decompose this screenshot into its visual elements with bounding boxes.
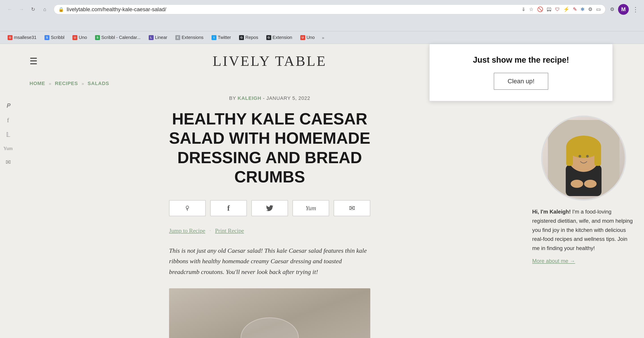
bookmark-label: msallese31 xyxy=(14,35,36,40)
reader-icon[interactable]: 🕮 xyxy=(547,7,552,12)
yummly-sidebar-icon[interactable]: Yum xyxy=(3,146,13,151)
breadcrumb-sep-1: » xyxy=(49,81,51,86)
bookmark-label: Scribbl - Calendar... xyxy=(101,35,141,40)
svg-rect-8 xyxy=(594,146,601,166)
site-title: LIVELY TABLE xyxy=(213,53,327,69)
cleanup-button[interactable]: Clean up! xyxy=(494,73,548,90)
breadcrumb-home[interactable]: HOME xyxy=(30,81,45,86)
pen-icon[interactable]: ✎ xyxy=(573,7,577,12)
author-avatar xyxy=(541,116,626,201)
hero-image xyxy=(169,288,370,338)
scribbl-cal-favicon: S xyxy=(95,35,100,40)
email-sidebar-icon[interactable]: ✉ xyxy=(6,158,11,166)
address-icons: ⇓ ☆ 🚫 🕮 🛡 ⚡ ✎ ❄ ⚙ ▭ xyxy=(522,7,601,12)
bookmark-scribbl-calendar[interactable]: S Scribbl - Calendar... xyxy=(92,34,144,42)
bookmark-label: Uno xyxy=(306,35,315,40)
bookmark-extensions[interactable]: E Extensions xyxy=(172,34,206,42)
social-sidebar: 𝙋 f 𝕃 Yum ✉ xyxy=(0,44,16,338)
bowl-decoration xyxy=(240,317,299,338)
author-link[interactable]: KALEIGH xyxy=(238,95,262,101)
author-bio-text: I'm a food-loving registered dietitian, … xyxy=(532,209,633,251)
download-icon[interactable]: ⇓ xyxy=(522,7,526,12)
bookmark-label: Linear xyxy=(155,35,168,40)
svg-point-10 xyxy=(586,155,589,158)
share-twitter[interactable] xyxy=(251,200,288,216)
bookmark-scribbl[interactable]: S Scribbl xyxy=(41,34,68,42)
address-url: livelytable.com/healthy-kale-caesar-sala… xyxy=(67,6,519,13)
pinterest-sidebar-icon[interactable]: 𝙋 xyxy=(6,102,10,110)
ext-favicon: E xyxy=(175,35,180,40)
page-wrapper: 𝙋 f 𝕃 Yum ✉ ☰ LIVELY TABLE HOME » RECIPE… xyxy=(0,44,644,338)
bookmarks-more[interactable]: » xyxy=(320,35,326,41)
home-button[interactable]: ⌂ xyxy=(40,5,49,14)
nav-buttons: ← → ↻ ⌂ xyxy=(5,5,49,14)
star-icon[interactable]: ☆ xyxy=(529,7,534,12)
by-label: BY xyxy=(229,95,236,101)
svg-point-12 xyxy=(584,180,596,188)
bookmark-linear[interactable]: L Linear xyxy=(146,34,170,42)
bookmark-label: Uno xyxy=(79,35,87,40)
hero-image-bg xyxy=(169,288,370,338)
bookmarks-bar: G msallese31 S Scribbl U Uno S Scribbl -… xyxy=(0,31,644,44)
extensions-icon[interactable]: ⚙ xyxy=(610,7,614,12)
author-bio: Hi, I'm Kaleigh! I'm a food-loving regis… xyxy=(532,207,635,266)
article-title: HEALTHY KALE CAESAR SALAD WITH HOMEMADE … xyxy=(169,109,370,187)
bookmark-label: Extension xyxy=(272,35,292,40)
shield-icon[interactable]: 🛡 xyxy=(555,7,560,12)
facebook-sidebar-icon[interactable]: f xyxy=(7,117,9,124)
browser-actions: ⚙ M ⋮ xyxy=(610,4,639,15)
adblocker-icon[interactable]: 🚫 xyxy=(537,7,543,12)
bookmark-label: Repos xyxy=(245,35,258,40)
bookmark-uno-2[interactable]: U Uno xyxy=(297,34,318,42)
more-options-icon[interactable]: ⋮ xyxy=(632,6,639,13)
bookmark-uno-1[interactable]: U Uno xyxy=(69,34,90,42)
repos-favicon: G xyxy=(239,35,244,40)
share-email[interactable]: ✉ xyxy=(334,200,370,216)
recipe-links: Jump to Recipe · Print Recipe xyxy=(169,227,370,234)
share-buttons: f Yum ✉ xyxy=(169,200,370,216)
twitter-favicon: t xyxy=(212,35,216,40)
recipe-popup: Just show me the recipe! Clean up! xyxy=(429,44,613,101)
author-bio-bold: Hi, I'm Kaleigh! xyxy=(532,209,571,215)
svg-rect-7 xyxy=(566,146,573,166)
forward-button[interactable]: → xyxy=(17,5,26,14)
puzzle-icon[interactable]: ⚙ xyxy=(588,7,592,12)
hamburger-menu[interactable]: ☰ xyxy=(30,56,38,67)
popup-title: Just show me the recipe! xyxy=(443,55,599,65)
article-date: JANUARY 5, 2022 xyxy=(266,95,310,101)
lock-icon: 🔒 xyxy=(58,7,64,12)
jump-to-recipe[interactable]: Jump to Recipe xyxy=(169,227,205,234)
address-bar[interactable]: 🔒 livelytable.com/healthy-kale-caesar-sa… xyxy=(54,5,606,14)
bookmark-label: Extensions xyxy=(182,35,204,40)
lightning-icon[interactable]: ⚡ xyxy=(563,7,569,12)
gmail-favicon: G xyxy=(8,35,12,40)
print-recipe[interactable]: Print Recipe xyxy=(215,227,244,234)
browser-toolbar: ← → ↻ ⌂ 🔒 livelytable.com/healthy-kale-c… xyxy=(0,0,644,17)
share-yummly[interactable]: Yum xyxy=(292,200,329,216)
bookmark-msallese31[interactable]: G msallese31 xyxy=(4,34,40,42)
bookmark-label: Scribbl xyxy=(51,35,64,40)
share-facebook[interactable]: f xyxy=(210,200,247,216)
right-sidebar: Just show me the recipe! Clean up! xyxy=(523,44,644,338)
linear-favicon: L xyxy=(149,35,154,40)
intro-text: This is not just any old Caesar salad! T… xyxy=(169,245,370,277)
bookmark-twitter[interactable]: t Twitter xyxy=(208,34,234,42)
scribbl-favicon: S xyxy=(44,35,50,40)
back-button[interactable]: ← xyxy=(5,5,14,14)
uno-favicon-2: U xyxy=(300,35,305,40)
split-view-icon[interactable]: ▭ xyxy=(596,7,601,12)
recipe-link-dot: · xyxy=(210,229,211,233)
breadcrumb-recipes[interactable]: RECIPES xyxy=(55,81,78,86)
breadcrumb-salads[interactable]: SALADS xyxy=(88,81,109,86)
svg-point-11 xyxy=(571,180,583,188)
bookmark-extension[interactable]: G Extension xyxy=(263,34,296,42)
date-separator: - xyxy=(263,95,265,101)
reload-button[interactable]: ↻ xyxy=(28,5,38,14)
snowflake-icon[interactable]: ❄ xyxy=(580,7,584,12)
more-about-link[interactable]: More about me → xyxy=(532,256,635,266)
profile-button[interactable]: M xyxy=(618,4,629,15)
svg-point-9 xyxy=(578,155,581,158)
twitter-sidebar-icon[interactable]: 𝕃 xyxy=(6,131,10,138)
share-pinterest[interactable] xyxy=(169,200,206,216)
bookmark-repos[interactable]: G Repos xyxy=(236,34,262,42)
